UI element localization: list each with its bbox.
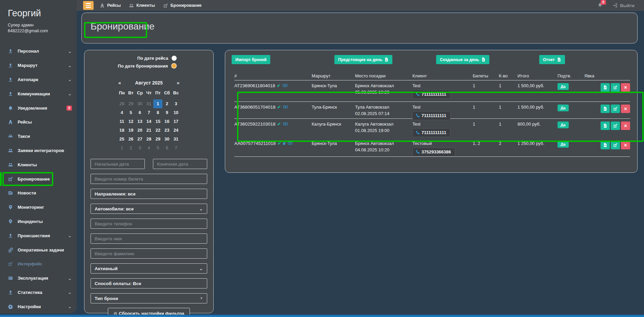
sidebar-item[interactable]: Персонал ⌄ (0, 44, 77, 58)
calendar-day[interactable]: 26 (126, 135, 136, 144)
sidebar-item[interactable]: Статистика ⌄ (0, 285, 77, 300)
calendar-day[interactable]: 31 (172, 135, 181, 144)
delete-button[interactable]: ✕ (621, 122, 630, 130)
sidebar-item[interactable]: Новости (0, 186, 77, 200)
calendar-day[interactable]: 21 (144, 126, 154, 135)
menu-toggle-button[interactable] (83, 1, 94, 10)
document-button[interactable] (601, 105, 610, 113)
calendar-day[interactable]: 22 (153, 126, 162, 135)
calendar-day[interactable]: 28 (117, 99, 126, 108)
calendar-day[interactable]: 17 (172, 117, 181, 126)
calendar-day[interactable]: 11 (117, 117, 126, 126)
calendar-day[interactable]: 24 (172, 126, 181, 135)
calendar-day[interactable]: 2 (126, 144, 136, 152)
sidebar-item[interactable]: Инциденты (0, 215, 77, 229)
first-name-input[interactable] (91, 234, 207, 244)
calendar-day[interactable]: 15 (153, 117, 162, 126)
sidebar-item[interactable]: Такси (0, 129, 77, 144)
sidebar-item[interactable]: Бронирование (0, 172, 77, 186)
sidebar-item[interactable]: Автопарк ⌄ (0, 73, 77, 87)
booking-type-select[interactable]: Тип брони ▼ (91, 293, 207, 303)
delete-button[interactable]: ✕ (621, 141, 630, 149)
import-bookings-button[interactable]: Импорт броней (232, 55, 270, 64)
sidebar-item[interactable]: Происшествия ⌄ (0, 228, 77, 243)
trip-date-radio[interactable] (172, 56, 177, 61)
logout-button[interactable]: Выйти (613, 3, 635, 8)
delete-button[interactable]: ✕ (621, 105, 630, 113)
edit-button[interactable] (611, 122, 620, 130)
end-date-input[interactable] (153, 159, 207, 169)
calendar-day[interactable]: 29 (153, 135, 162, 144)
payment-method-select[interactable]: Способ оплаты: Все (91, 278, 207, 288)
calendar-day[interactable]: 3 (172, 99, 181, 108)
sidebar-item[interactable]: Мониторинг (0, 200, 77, 215)
last-name-input[interactable] (91, 248, 207, 259)
sidebar-item[interactable]: Интерфейс (0, 257, 77, 271)
cars-select[interactable]: Автомобили: все ⌄ (91, 204, 207, 214)
client-phone-button[interactable]: 71111111111 (412, 90, 450, 99)
document-button[interactable] (601, 122, 610, 130)
calendar-day[interactable]: 30 (135, 99, 144, 108)
phone-input[interactable] (91, 219, 207, 229)
calendar-day[interactable]: 3 (135, 144, 144, 152)
calendar-day[interactable]: 25 (117, 135, 126, 144)
sidebar-item[interactable]: Маршрут ⌄ (0, 58, 77, 73)
calendar-day[interactable]: 8 (153, 108, 162, 117)
sidebar-item[interactable]: Рейсы (0, 115, 77, 129)
calendar-day[interactable]: 30 (162, 135, 172, 144)
booking-date-radio[interactable] (171, 63, 177, 69)
calendar-day[interactable]: 5 (153, 144, 162, 152)
edit-button[interactable] (611, 105, 620, 113)
status-select[interactable]: Активный ⌄ (91, 263, 207, 274)
calendar-day[interactable]: 5 (126, 108, 136, 117)
calendar-day[interactable]: 7 (144, 108, 154, 117)
calendar-day[interactable]: 29 (126, 99, 136, 108)
calendar-next-button[interactable]: » (176, 80, 180, 86)
sidebar-item[interactable]: Уведомления 0 (0, 101, 77, 115)
calendar-day[interactable]: 14 (144, 117, 154, 126)
topnav-item-clients[interactable]: Клиенты (129, 3, 155, 8)
calendar-day[interactable]: 16 (162, 117, 172, 126)
calendar-day[interactable]: 1 (117, 144, 126, 152)
notifications-button[interactable]: 0 (598, 2, 603, 9)
delete-button[interactable]: ✕ (621, 83, 630, 92)
calendar-day[interactable]: 27 (135, 135, 144, 144)
calendar-day[interactable]: 19 (126, 126, 136, 135)
created-for-day-button[interactable]: Созданные за день (436, 55, 489, 64)
client-phone-button[interactable]: 71111111111 (412, 128, 450, 137)
calendar-day[interactable]: 1 (153, 99, 162, 108)
calendar-day[interactable]: 23 (162, 126, 172, 135)
calendar-day[interactable]: 28 (144, 135, 154, 144)
sidebar-item[interactable]: Заявки интеграторов (0, 144, 77, 158)
calendar-day[interactable]: 4 (117, 108, 126, 117)
calendar-day[interactable]: 4 (144, 144, 154, 152)
sidebar-item[interactable]: Настройки ⌄ (0, 299, 77, 314)
calendar-day[interactable]: 7 (172, 144, 181, 152)
client-phone-button[interactable]: 375293366386 (412, 148, 455, 156)
calendar-day[interactable]: 6 (162, 144, 172, 152)
calendar-day[interactable]: 31 (144, 99, 154, 108)
topnav-item-trips[interactable]: Рейсы (100, 3, 121, 8)
calendar-prev-button[interactable]: « (117, 80, 122, 86)
document-button[interactable] (601, 83, 610, 92)
calendar-day[interactable]: 12 (126, 117, 136, 126)
calendar-day[interactable]: 10 (172, 108, 181, 117)
document-button[interactable] (601, 141, 610, 149)
calendar-day[interactable]: 2 (162, 99, 172, 108)
calendar-day[interactable]: 6 (135, 108, 144, 117)
sidebar-item[interactable]: Эксплуатация ⌄ (0, 271, 77, 285)
start-date-input[interactable] (91, 159, 145, 169)
edit-button[interactable] (611, 83, 620, 92)
calendar-day[interactable]: 13 (135, 117, 144, 126)
edit-button[interactable] (611, 141, 620, 149)
report-button[interactable]: Отчет (539, 55, 565, 64)
calendar-day[interactable]: 20 (135, 126, 144, 135)
calendar-day[interactable]: 9 (162, 108, 172, 117)
ticket-number-input[interactable] (91, 174, 207, 184)
topnav-item-booking[interactable]: Бронирование (163, 3, 201, 8)
directions-select[interactable]: Направления: все (91, 189, 207, 199)
sidebar-item[interactable]: Оперативные задачи (0, 243, 77, 257)
sidebar-item[interactable]: Клиенты (0, 157, 77, 172)
calendar-day[interactable]: 18 (117, 126, 126, 135)
upcoming-for-day-button[interactable]: Предстоящие на день (334, 55, 392, 64)
